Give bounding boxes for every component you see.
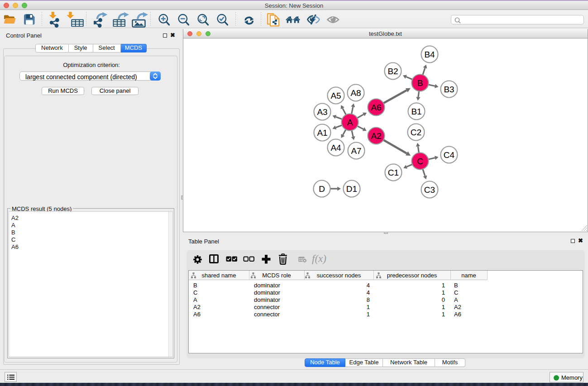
svg-text:A1: A1 <box>317 128 327 138</box>
svg-text:C3: C3 <box>424 185 435 195</box>
svg-text:A: A <box>347 118 353 127</box>
svg-text:A2: A2 <box>371 131 381 141</box>
svg-text:A6: A6 <box>371 103 381 112</box>
svg-text:A8: A8 <box>350 88 361 98</box>
svg-text:D: D <box>319 184 325 194</box>
svg-text:C4: C4 <box>444 150 455 160</box>
svg-text:A3: A3 <box>317 107 327 117</box>
svg-text:A5: A5 <box>330 91 341 100</box>
svg-text:B3: B3 <box>444 85 454 94</box>
svg-text:B2: B2 <box>387 67 398 76</box>
svg-text:A7: A7 <box>351 146 361 156</box>
svg-text:C1: C1 <box>388 168 399 177</box>
svg-text:B4: B4 <box>424 50 435 59</box>
svg-text:B1: B1 <box>411 107 421 116</box>
svg-text:B: B <box>417 78 423 88</box>
svg-text:C2: C2 <box>411 128 421 137</box>
svg-text:A4: A4 <box>330 143 341 152</box>
svg-text:C: C <box>417 157 423 166</box>
svg-text:D1: D1 <box>346 184 357 194</box>
